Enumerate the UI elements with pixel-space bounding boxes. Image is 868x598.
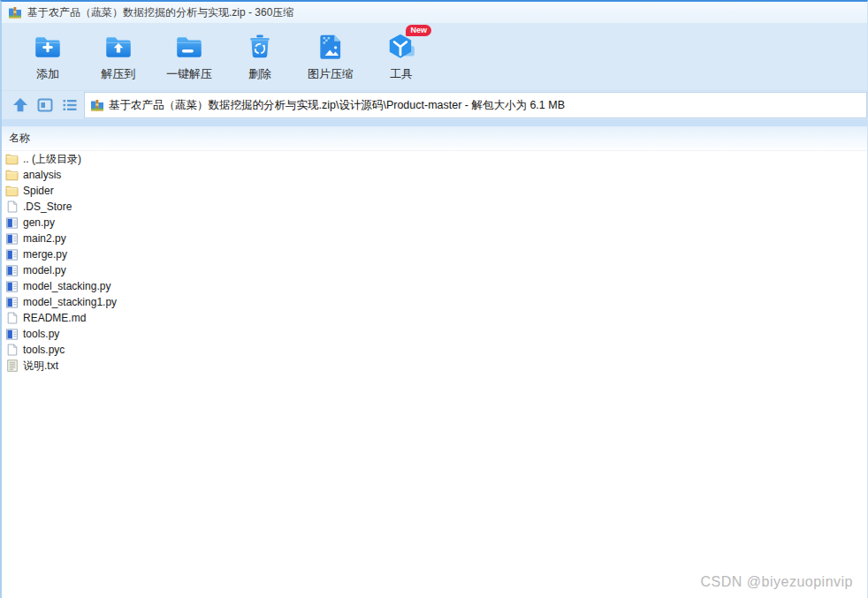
address-path: 基于农产品（蔬菜）数据挖掘的分析与实现.zip\设计源码\Product-mas… [109, 98, 565, 113]
folder-icon [5, 169, 19, 182]
add-button-label: 添加 [36, 66, 59, 82]
list-item-name: model_stacking.py [23, 280, 110, 292]
separator-band [2, 119, 867, 126]
list-view-icon[interactable] [61, 96, 79, 114]
py-file-icon [5, 264, 19, 277]
py-file-icon [5, 280, 19, 293]
list-item-name: tools.pyc [23, 344, 65, 356]
py-file-icon [5, 296, 19, 309]
trash-recycle-icon [244, 31, 276, 63]
list-item[interactable]: README.md [2, 310, 867, 326]
list-item[interactable]: tools.py [2, 326, 867, 342]
list-item-name: merge.py [23, 248, 67, 261]
list-item-name: gen.py [23, 216, 55, 229]
list-item[interactable]: merge.py [2, 246, 867, 262]
image-compress-button-label: 图片压缩 [308, 66, 354, 82]
new-badge: New [406, 25, 431, 36]
tools-button-label: 工具 [390, 66, 413, 82]
list-item[interactable]: analysis [2, 167, 867, 183]
toolbar: 添加 解压到 一键解压 [2, 23, 867, 91]
txt-file-icon [5, 360, 19, 373]
zip-archive-icon [90, 99, 104, 112]
list-item-name: 说明.txt [23, 359, 58, 374]
folder-icon [5, 185, 19, 198]
app-window: 基于农产品（蔬菜）数据挖掘的分析与实现.zip - 360压缩 添加 [0, 0, 868, 598]
list-item[interactable]: tools.pyc [2, 342, 867, 358]
list-item[interactable]: model.py [2, 262, 867, 278]
py-file-icon [5, 328, 19, 341]
py-file-icon [5, 248, 19, 261]
list-item[interactable]: .DS_Store [2, 199, 867, 215]
column-header-label: 名称 [9, 131, 30, 146]
list-item-name: tools.py [23, 328, 59, 340]
folder-oneclick-extract-icon [173, 31, 205, 63]
list-item[interactable]: .. (上级目录) [2, 151, 867, 167]
folder-add-icon [32, 31, 64, 63]
view-mode-icon[interactable] [36, 96, 54, 114]
list-item[interactable]: model_stacking.py [2, 278, 867, 294]
list-item[interactable]: main2.py [2, 231, 867, 246]
image-compress-button[interactable]: 图片压缩 [295, 27, 366, 91]
py-file-icon [5, 232, 19, 246]
list-item[interactable]: model_stacking1.py [2, 294, 867, 310]
folder-icon [5, 153, 19, 166]
list-item-name: .DS_Store [23, 201, 72, 213]
file-icon [5, 201, 19, 214]
zip-archive-icon [8, 6, 22, 19]
list-item[interactable]: 说明.txt [2, 358, 867, 374]
py-file-icon [5, 216, 19, 230]
add-button[interactable]: 添加 [12, 27, 83, 91]
tools-button[interactable]: New 工具 [366, 27, 437, 91]
address-field[interactable]: 基于农产品（蔬菜）数据挖掘的分析与实现.zip\设计源码\Product-mas… [84, 92, 867, 118]
folder-extract-icon [103, 31, 134, 63]
list-item[interactable]: gen.py [2, 215, 867, 231]
delete-button-label: 删除 [248, 66, 271, 82]
image-compress-icon [315, 31, 346, 63]
list-item-name: model.py [23, 264, 66, 276]
file-list: .. (上级目录)analysisSpider.DS_Storegen.pyma… [2, 151, 867, 374]
file-icon [5, 312, 19, 325]
list-item-name: model_stacking1.py [23, 296, 117, 308]
address-bar: 基于农产品（蔬菜）数据挖掘的分析与实现.zip\设计源码\Product-mas… [2, 91, 867, 119]
watermark: CSDN @biyezuopinvip [701, 574, 853, 590]
up-arrow-icon[interactable] [11, 96, 29, 114]
titlebar: 基于农产品（蔬菜）数据挖掘的分析与实现.zip - 360压缩 [2, 2, 867, 23]
list-item-name: README.md [23, 312, 86, 324]
list-item[interactable]: Spider [2, 183, 867, 199]
list-item-name: main2.py [23, 232, 66, 245]
list-item-name: Spider [23, 185, 54, 197]
window-title: 基于农产品（蔬菜）数据挖掘的分析与实现.zip - 360压缩 [27, 5, 293, 20]
delete-button[interactable]: 删除 [225, 27, 295, 91]
extract-to-button-label: 解压到 [102, 66, 136, 82]
column-header-name[interactable]: 名称 [2, 126, 867, 151]
one-click-extract-button-label: 一键解压 [166, 66, 212, 82]
file-icon [5, 344, 19, 357]
list-item-name: analysis [23, 169, 61, 181]
one-click-extract-button[interactable]: 一键解压 [154, 27, 225, 91]
extract-to-button[interactable]: 解压到 [83, 27, 154, 91]
list-item-name: .. (上级目录) [23, 152, 81, 167]
